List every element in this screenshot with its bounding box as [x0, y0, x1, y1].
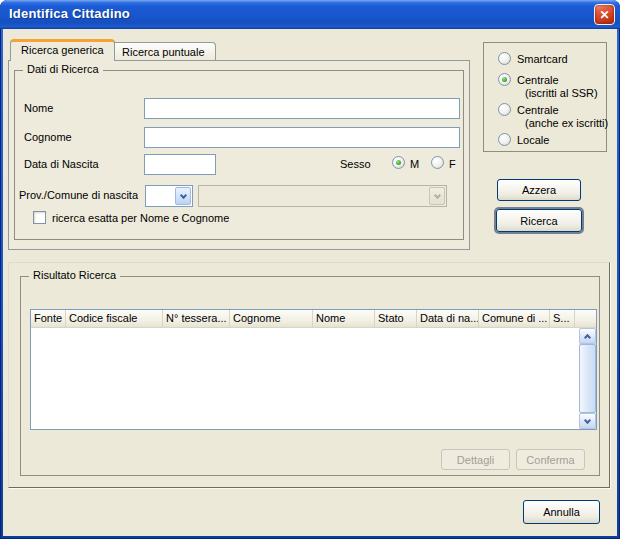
comune-dropdown-button — [429, 187, 445, 205]
nome-input[interactable] — [144, 98, 460, 119]
column-header-comune[interactable]: Comune di ... — [479, 310, 550, 328]
sesso-f-radio[interactable] — [431, 156, 444, 169]
ricerca-esatta-label: ricerca esatta per Nome e Cognome — [52, 212, 229, 224]
smartcard-label: Smartcard — [517, 53, 568, 65]
tab-ricerca-generica[interactable]: Ricerca generica — [10, 39, 115, 61]
centrale-ssr-sublabel: (iscritti al SSR) — [525, 87, 598, 99]
group-fonte-ricerca: Smartcard Centrale (iscritti al SSR) Cen… — [483, 42, 607, 152]
column-header-stato[interactable]: Stato — [375, 310, 417, 328]
window-title: Identifica Cittadino — [9, 6, 130, 21]
column-header-nome[interactable]: Nome — [313, 310, 375, 328]
chevron-down-icon — [433, 191, 440, 198]
centrale-ssr-radio[interactable] — [498, 73, 511, 86]
group-risultato-title: Risultato Ricerca — [29, 269, 120, 281]
radio-dot — [502, 77, 507, 82]
sesso-label: Sesso — [340, 158, 371, 170]
column-header-cognome[interactable]: Cognome — [230, 310, 313, 328]
results-table-body[interactable] — [31, 328, 579, 429]
group-dati-title: Dati di Ricerca — [23, 63, 103, 75]
comune-value — [199, 186, 428, 206]
centrale-ex-label: Centrale — [517, 104, 559, 116]
scroll-down-button[interactable] — [579, 413, 596, 429]
locale-label: Locale — [517, 134, 549, 146]
provincia-select[interactable] — [145, 185, 193, 207]
title-bar[interactable]: Identifica Cittadino ✕ — [0, 0, 620, 29]
annulla-button[interactable]: Annulla — [523, 500, 600, 524]
column-header-filler — [575, 310, 596, 328]
scroll-up-button[interactable] — [579, 328, 596, 344]
smartcard-radio[interactable] — [498, 52, 511, 65]
provincia-value — [146, 186, 174, 206]
sesso-m-radio[interactable] — [392, 156, 405, 169]
chevron-up-icon — [584, 334, 591, 341]
ricerca-esatta-checkbox[interactable] — [33, 211, 46, 224]
chevron-down-icon — [179, 191, 186, 198]
results-table-header: Fonte Codice fiscale N° tessera... Cogno… — [31, 310, 596, 328]
centrale-ex-radio[interactable] — [498, 103, 511, 116]
column-header-n-tessera[interactable]: N° tessera... — [163, 310, 230, 328]
conferma-button: Conferma — [516, 449, 585, 470]
data-nascita-label: Data di Nascita — [24, 158, 99, 170]
results-table: Fonte Codice fiscale N° tessera... Cogno… — [30, 309, 597, 430]
nome-label: Nome — [24, 102, 53, 114]
provincia-dropdown-button[interactable] — [175, 187, 191, 205]
azzera-button[interactable]: Azzera — [497, 179, 581, 201]
centrale-ssr-label: Centrale — [517, 74, 559, 86]
vertical-scrollbar[interactable] — [579, 328, 596, 429]
sesso-m-label: M — [410, 158, 419, 170]
results-panel: Risultato Ricerca Fonte Codice fiscale N… — [8, 262, 610, 488]
comune-select — [198, 185, 447, 207]
sesso-f-label: F — [449, 158, 456, 170]
column-header-s[interactable]: S... — [550, 310, 575, 328]
centrale-ex-sublabel: (anche ex iscritti) — [525, 117, 608, 129]
ricerca-button[interactable]: Ricerca — [496, 209, 582, 232]
chevron-down-icon — [584, 416, 591, 423]
data-nascita-input[interactable] — [144, 154, 216, 175]
radio-dot — [396, 160, 401, 165]
close-button[interactable]: ✕ — [594, 4, 615, 25]
prov-comune-label: Prov./Comune di nascita — [19, 189, 138, 201]
cognome-label: Cognome — [24, 131, 72, 143]
locale-radio[interactable] — [498, 133, 511, 146]
column-header-fonte[interactable]: Fonte — [31, 310, 66, 328]
column-header-codice-fiscale[interactable]: Codice fiscale — [66, 310, 163, 328]
scrollbar-thumb[interactable] — [579, 344, 596, 413]
dettagli-button: Dettagli — [441, 449, 510, 470]
close-icon: ✕ — [599, 8, 609, 22]
cognome-input[interactable] — [144, 127, 460, 148]
tab-ricerca-puntuale[interactable]: Ricerca puntuale — [111, 42, 216, 61]
dialog-body: Ricerca generica Ricerca puntuale Dati d… — [3, 29, 617, 536]
column-header-data-nascita[interactable]: Data di na... — [417, 310, 479, 328]
dialog-window: Identifica Cittadino ✕ Ricerca generica … — [0, 0, 620, 539]
